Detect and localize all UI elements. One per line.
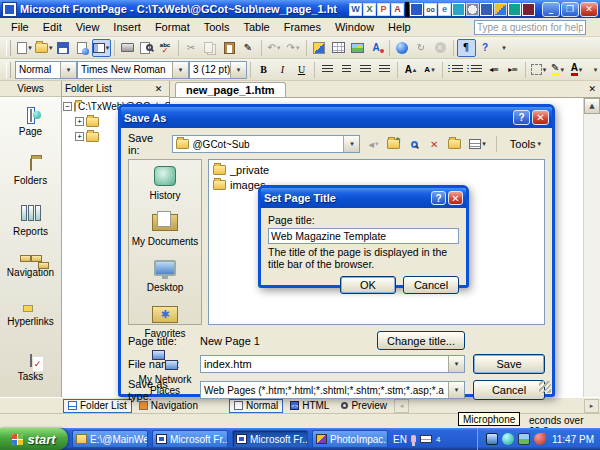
font-size-combo[interactable]: 3 (12 pt) ▾ [189, 61, 247, 79]
place-favorites[interactable]: ✱ Favorites [144, 302, 185, 339]
excel-icon[interactable]: X [363, 3, 376, 16]
sidebar-item-navigation[interactable]: Navigation [0, 244, 61, 293]
document-tab[interactable]: new_page_1.htm [175, 82, 286, 97]
taskbar-task-frontpage-2[interactable]: Microsoft Fr... [232, 430, 308, 448]
tray-red-icon[interactable] [534, 433, 546, 445]
font-dropdown-icon[interactable]: ▾ [172, 62, 188, 78]
new-folder-button[interactable] [447, 135, 462, 153]
taskbar-task-photoimpact[interactable]: PhotoImpac... [312, 430, 388, 448]
increase-font-size-button[interactable]: A▴ [401, 61, 420, 79]
style-combo[interactable]: Normal ▾ [15, 61, 77, 79]
style-dropdown-icon[interactable]: ▾ [60, 62, 76, 78]
vertical-scrollbar[interactable]: ▲ [583, 98, 600, 397]
menu-format[interactable]: Format [148, 19, 197, 35]
web-component-button[interactable] [310, 39, 329, 57]
spelling-button[interactable]: abc✓ [156, 39, 175, 57]
italic-button[interactable]: I [273, 61, 292, 79]
file-row-private[interactable]: _private [213, 162, 540, 177]
delete-button[interactable]: ✕ [427, 135, 441, 153]
insert-picture-button[interactable] [348, 39, 367, 57]
powerpoint-icon[interactable]: P [377, 3, 390, 16]
save-in-combo[interactable]: @GCot~Sub ▾ [172, 135, 360, 153]
resize-grip[interactable] [539, 381, 551, 393]
font-combo[interactable]: Times New Roman ▾ [77, 61, 189, 79]
access-icon[interactable]: A [391, 3, 404, 16]
redo-button[interactable]: ↷▾ [284, 39, 303, 57]
scroll-up-icon[interactable]: ▲ [584, 98, 600, 114]
file-name-combo[interactable]: ▾ [200, 355, 465, 373]
ok-button[interactable]: OK [340, 276, 396, 294]
font-color-button[interactable]: A▾ [567, 61, 586, 79]
document-close-icon[interactable]: ✕ [588, 84, 596, 94]
taskbar-task-frontpage-1[interactable]: Microsoft Fr... [152, 430, 228, 448]
align-right-button[interactable] [356, 61, 375, 79]
help-button[interactable]: ? [476, 39, 495, 57]
file-name-dropdown-icon[interactable]: ▾ [448, 356, 464, 372]
undo-button[interactable]: ↶▾ [265, 39, 284, 57]
clock-icon[interactable] [466, 3, 479, 16]
dialog-help-button[interactable]: ? [513, 110, 530, 125]
open-button[interactable]: ▾ [34, 39, 54, 57]
menu-window[interactable]: Window [328, 19, 381, 35]
change-title-button[interactable]: Change title... [377, 331, 465, 350]
expand-icon[interactable]: + [75, 132, 84, 141]
menu-edit[interactable]: Edit [36, 19, 69, 35]
toolbar-grip[interactable] [6, 62, 11, 78]
paste-button[interactable] [220, 39, 239, 57]
up-one-level-button[interactable] [386, 135, 401, 153]
search-the-web-button[interactable] [407, 135, 421, 153]
media-icon[interactable] [480, 3, 493, 16]
cancel-button[interactable]: Cancel [403, 276, 459, 294]
toggle-pane-button[interactable]: ▾ [92, 39, 111, 57]
microphone-icon[interactable] [411, 435, 416, 443]
collapse-icon[interactable]: − [63, 102, 72, 111]
drawing-button[interactable]: A [367, 39, 386, 57]
back-button[interactable]: ◂▾ [366, 135, 380, 153]
tools-menu-button[interactable]: Tools▾ [506, 138, 545, 150]
sidebar-item-tasks[interactable]: Tasks [0, 342, 61, 391]
taskbar-task-mainweb[interactable]: E:\@MainWeb [72, 430, 148, 448]
formatting-options-button[interactable]: ▾ [586, 61, 600, 79]
close-button[interactable]: ✕ [580, 2, 598, 17]
save-as-type-dropdown-icon[interactable]: ▾ [448, 382, 464, 398]
place-history[interactable]: History [149, 164, 180, 201]
align-center-button[interactable] [337, 61, 356, 79]
insert-table-button[interactable] [329, 39, 348, 57]
page-title-input[interactable] [268, 228, 459, 244]
internet-explorer-icon[interactable]: e [438, 3, 451, 16]
save-as-type-combo[interactable]: Web Pages (*.htm;*.html;*.shtml;*.shtm;*… [200, 381, 465, 399]
decrease-indent-button[interactable]: ◂≡ [484, 61, 503, 79]
file-name-input[interactable] [201, 358, 448, 370]
tab-scroll-right-button[interactable]: ▸ [584, 399, 599, 413]
menu-file[interactable]: File [4, 19, 36, 35]
tray-network-icon[interactable] [486, 433, 498, 445]
chart-icon[interactable] [508, 3, 521, 16]
new-page-button[interactable]: ▾ [15, 39, 34, 57]
expand-icon[interactable]: + [75, 117, 84, 126]
frontpage-icon[interactable] [410, 3, 423, 16]
increase-indent-button[interactable]: ▸≡ [503, 61, 522, 79]
cut-button[interactable]: ✂ [182, 39, 201, 57]
print-button[interactable] [118, 39, 137, 57]
underline-button[interactable]: U [292, 61, 311, 79]
tray-globe-icon[interactable] [502, 433, 514, 445]
menu-help[interactable]: Help [381, 19, 418, 35]
question-for-help-input[interactable] [474, 20, 586, 35]
refresh-button[interactable]: ↻ [412, 39, 431, 57]
borders-button[interactable]: ▾ [529, 61, 548, 79]
photo-icon[interactable] [494, 3, 507, 16]
toolbar-grip[interactable] [6, 40, 11, 56]
align-left-button[interactable] [318, 61, 337, 79]
format-painter-button[interactable]: ✎ [239, 39, 258, 57]
folder-list-close-icon[interactable]: ✕ [151, 82, 166, 96]
show-all-button[interactable]: ¶ [457, 39, 476, 57]
preview-in-browser-button[interactable] [137, 39, 156, 57]
decrease-font-size-button[interactable]: A▾ [420, 61, 439, 79]
save-in-dropdown-icon[interactable]: ▾ [343, 136, 359, 152]
place-my-documents[interactable]: My Documents [132, 210, 199, 247]
sidebar-item-folders[interactable]: Folders [0, 146, 61, 195]
toolbar-options-button[interactable]: ▾ [495, 39, 514, 57]
highlight-color-button[interactable]: ✎▾ [548, 61, 567, 79]
menu-table[interactable]: Table [236, 19, 276, 35]
sidebar-item-hyperlinks[interactable]: Hyperlinks [0, 293, 61, 342]
